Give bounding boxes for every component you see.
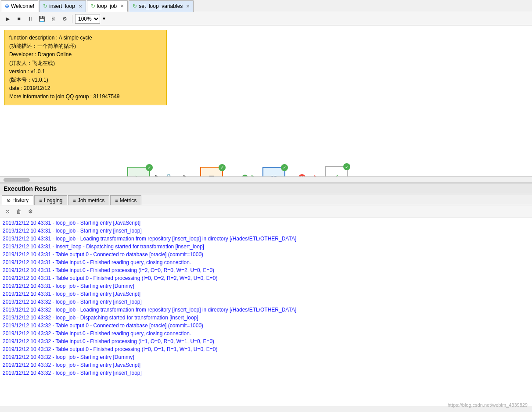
settings-button[interactable]: ⚙ [60,14,69,24]
history-tab-icon: ⊙ [7,197,11,203]
log-line: 2019/12/12 10:43:32 - Table input.0 - Fi… [3,337,529,345]
zoom-dropdown-icon: ▼ [102,16,106,21]
tab-set-loop-variables[interactable]: ↻ set_loop_variables ✕ [129,0,194,12]
run-button[interactable]: ▶ [3,14,12,24]
log-line: 2019/12/12 10:43:31 - insert_loop - Disp… [3,243,529,251]
info-line-8: More information to join QQ group : 3119… [9,93,162,101]
info-line-1: function description : A simple cycle [9,34,162,42]
js-check-badge: ✓ [281,164,288,171]
tab-loop-job-label: loop_job [97,3,117,9]
log-line: 2019/12/12 10:43:32 - Table output.0 - C… [3,322,529,330]
results-tab-job-metrics[interactable]: ≡ Job metrics [68,195,109,205]
info-line-2: (功能描述：一个简单的循环) [9,42,162,50]
results-tabs: ⊙ History ≡ Logging ≡ Job metrics ≡ Metr… [0,194,532,205]
watermark: https://blog.csdn.net/webim_4339829 [448,402,528,408]
tab-insert-loop-icon: ↻ [43,3,47,9]
log-line: 2019/12/12 10:43:32 - Table input.0 - Fi… [3,330,529,337]
copy-button[interactable]: ⎘ [48,14,58,24]
canvas-hscroll[interactable] [0,176,532,183]
results-delete-button[interactable]: 🗑 [14,207,24,216]
results-stop-button[interactable]: ⊙ [3,207,12,216]
tab-insert-loop-close[interactable]: ✕ [79,4,82,9]
results-settings-button[interactable]: ⚙ [25,207,35,216]
zoom-select[interactable]: 100% 50% 75% 125% 150% 200% [75,14,100,24]
log-line: 2019/12/12 10:43:31 - Table input.0 - Fi… [3,258,529,266]
tab-insert-loop-label: insert_loop [49,3,75,9]
results-tab-history[interactable]: ⊙ History [2,195,33,205]
log-line: 2019/12/12 10:43:32 - Table output.0 - F… [3,345,529,353]
log-line: 2019/12/12 10:43:31 - loop_job - Startin… [3,219,529,227]
tab-set-loop-variables-label: set_loop_variables [139,3,183,9]
log-line: 2019/12/12 10:43:31 - loop_job - Startin… [3,290,529,298]
log-line: 2019/12/12 10:43:31 - Table output.0 - F… [3,274,529,282]
tab-insert-loop[interactable]: ↻ insert_loop ✕ [39,0,86,12]
toolbar: ▶ ■ ⏸ 💾 ⎘ ⚙ 100% 50% 75% 125% 150% 200% … [0,12,532,25]
save-button[interactable]: 💾 [37,14,47,24]
metrics-tab-icon: ≡ [115,198,118,203]
history-tab-label: History [12,197,29,203]
metrics-tab-label: Metrics [120,197,137,204]
log-line: 2019/12/12 10:43:32 - loop_job - Startin… [3,369,529,377]
results-title: Execution Results [0,183,532,194]
tab-welcome[interactable]: ⊕ Welcome! [1,0,38,12]
canvas-area: function description : A simple cycle (功… [0,25,532,183]
tab-bar: ⊕ Welcome! ↻ insert_loop ✕ ↻ loop_job ✕ … [0,0,532,12]
job-metrics-tab-icon: ≡ [73,198,75,203]
tab-loop-job-close[interactable]: ✕ [120,4,124,8]
info-line-6: (版本号：v1.0.1) [9,76,162,84]
tab-set-loop-variables-icon: ↻ [133,3,137,9]
logging-tab-icon: ≡ [39,198,42,203]
log-line: 2019/12/12 10:43:31 - loop_job - Loading… [3,235,529,243]
log-line: 2019/12/12 10:43:31 - Table output.0 - C… [3,251,529,258]
pause-button[interactable]: ⏸ [25,14,35,24]
log-line: 2019/12/12 10:43:31 - loop_job - Startin… [3,227,529,235]
logging-tab-label: Logging [44,197,63,204]
log-line: 2019/12/12 10:43:32 - loop_job - Startin… [3,361,529,369]
results-panel: Execution Results ⊙ History ≡ Logging ≡ … [0,183,532,412]
results-tab-metrics[interactable]: ≡ Metrics [110,195,141,205]
tab-set-loop-variables-close[interactable]: ✕ [186,4,190,9]
info-box: function description : A simple cycle (功… [4,30,167,105]
info-line-4: (开发人：飞龙在线) [9,59,162,68]
log-line: 2019/12/12 10:43:32 - loop_job - Dispatc… [3,314,529,322]
log-line: 2019/12/12 10:43:31 - Table input.0 - Fi… [3,266,529,274]
start-check-badge: ✓ [146,164,153,171]
tab-loop-job[interactable]: ↻ loop_job ✕ [87,0,128,12]
log-line: 2019/12/12 10:43:32 - loop_job - Loading… [3,306,529,314]
log-area[interactable]: 2019/12/12 10:43:31 - loop_job - Startin… [0,218,532,406]
stop-button[interactable]: ■ [14,14,24,24]
toolbar-divider [72,15,72,23]
info-line-3: Developer : Dragon Online [9,50,162,59]
success-check-badge: ✓ [343,163,350,170]
tab-loop-job-icon: ↻ [91,3,95,9]
info-line-7: date : 2019/12/12 [9,84,162,93]
results-tab-logging[interactable]: ≡ Logging [34,195,67,205]
info-line-5: version : v1.0.1 [9,68,162,76]
tab-welcome-label: Welcome! [11,3,34,9]
log-line: 2019/12/12 10:43:32 - loop_job - Startin… [3,298,529,306]
job-metrics-tab-label: Job metrics [78,197,104,204]
log-line: 2019/12/12 10:43:31 - loop_job - Startin… [3,282,529,290]
results-toolbar: ⊙ 🗑 ⚙ [0,205,532,218]
log-line: 2019/12/12 10:43:32 - loop_job - Startin… [3,353,529,361]
set-check-badge: ✓ [219,164,226,171]
tab-welcome-icon: ⊕ [5,3,9,9]
